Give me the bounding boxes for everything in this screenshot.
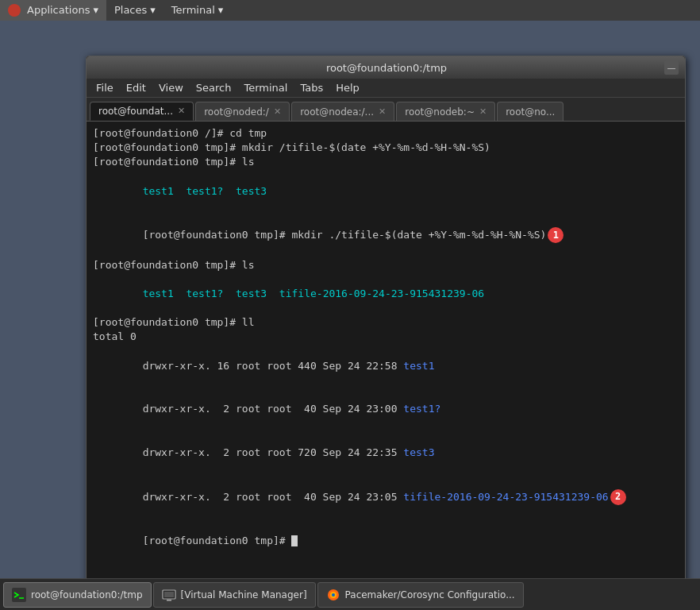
line-9: total 0 — [93, 330, 679, 344]
minimize-button[interactable]: — — [664, 60, 679, 75]
window-controls: — — [664, 60, 679, 75]
taskbar-vm[interactable]: [Virtual Machine Manager] — [153, 582, 316, 608]
terminal-arrow: ▾ — [218, 0, 224, 21]
tab-close-3[interactable]: ✕ — [479, 102, 487, 122]
svg-rect-3 — [164, 592, 174, 597]
terminal-window: root@foundation0:/tmp — File Edit View S… — [86, 56, 686, 588]
tab-label-0: root@foundat... — [98, 102, 173, 121]
terminal-label: Terminal — [171, 0, 215, 21]
line-14: [root@foundation0 tmp]# — [93, 519, 679, 563]
taskbar-firefox-label: Pacemaker/Corosync Configuratio... — [345, 589, 515, 600]
terminal-icon — [12, 588, 26, 602]
menu-edit[interactable]: Edit — [120, 79, 152, 98]
tab-label-2: root@nodea:/... — [300, 102, 374, 122]
badge-2: 2 — [610, 489, 626, 505]
line-10: drwxr-xr-x. 16 root root 440 Sep 24 22:5… — [93, 345, 679, 388]
taskbar-vm-label: [Virtual Machine Manager] — [181, 589, 307, 600]
vm-icon — [162, 588, 176, 602]
tab-4[interactable]: root@no... — [497, 102, 563, 121]
places-label: Places — [114, 0, 147, 21]
line-2: [root@foundation0 tmp]# mkdir /tifile-$(… — [93, 141, 679, 155]
menu-file[interactable]: File — [90, 79, 120, 98]
tab-close-2[interactable]: ✕ — [379, 102, 386, 122]
tab-close-0[interactable]: ✕ — [178, 102, 185, 121]
tab-label-3: root@nodeb:~ — [405, 102, 475, 122]
menu-view[interactable]: View — [152, 79, 190, 98]
menu-tabs[interactable]: Tabs — [294, 79, 329, 98]
line-4: test1 test1? test3 — [93, 170, 679, 214]
places-arrow: ▾ — [150, 0, 156, 21]
firefox-icon — [326, 588, 340, 602]
tab-label-1: root@noded:/ — [204, 102, 269, 122]
tab-label-4: root@no... — [506, 102, 555, 122]
terminal-menu-btn[interactable]: Terminal ▾ — [163, 0, 231, 21]
line-13: drwxr-xr-x. 2 root root 40 Sep 24 23:05 … — [93, 474, 679, 519]
desktop: root@foundation0:/tmp — File Edit View S… — [0, 21, 700, 578]
top-panel: Applications ▾ Places ▾ Terminal ▾ — [0, 0, 700, 21]
app-icon — [8, 4, 21, 17]
places-menu[interactable]: Places ▾ — [106, 0, 163, 21]
applications-label: Applications — [27, 0, 90, 21]
apps-arrow: ▾ — [93, 0, 98, 21]
terminal-content[interactable]: [root@foundation0 /]# cd tmp [root@found… — [87, 122, 685, 587]
tab-0[interactable]: root@foundat... ✕ — [90, 102, 194, 121]
line-6: [root@foundation0 tmp]# ls — [93, 258, 679, 272]
window-title: root@foundation0:/tmp — [109, 62, 664, 74]
applications-menu[interactable]: Applications ▾ — [0, 0, 106, 21]
line-5: [root@foundation0 tmp]# mkdir ./tifile-$… — [93, 213, 679, 257]
taskbar: root@foundation0:/tmp [Virtual Machine M… — [0, 578, 700, 610]
line-8: [root@foundation0 tmp]# ll — [93, 315, 679, 330]
tab-close-1[interactable]: ✕ — [274, 102, 281, 122]
taskbar-firefox[interactable]: Pacemaker/Corosync Configuratio... — [317, 582, 524, 608]
menu-terminal[interactable]: Terminal — [237, 79, 294, 98]
tab-1[interactable]: root@noded:/ ✕ — [195, 102, 290, 121]
line-11: drwxr-xr-x. 2 root root 40 Sep 24 23:00 … — [93, 388, 679, 431]
svg-rect-4 — [167, 600, 171, 601]
line-1: [root@foundation0 /]# cd tmp — [93, 126, 679, 141]
line-12: drwxr-xr-x. 2 root root 720 Sep 24 22:35… — [93, 431, 679, 475]
terminal-titlebar: root@foundation0:/tmp — — [87, 56, 685, 79]
tab-2[interactable]: root@nodea:/... ✕ — [291, 102, 394, 121]
taskbar-terminal-label: root@foundation0:/tmp — [31, 589, 143, 600]
cursor — [291, 535, 298, 546]
line-7: test1 test1? test3 tifile-2016-09-24-23-… — [93, 272, 679, 316]
badge-1: 1 — [548, 227, 563, 243]
menu-search[interactable]: Search — [190, 79, 238, 98]
terminal-menubar: File Edit View Search Terminal Tabs Help — [87, 79, 685, 98]
line-3: [root@foundation0 tmp]# ls — [93, 155, 679, 169]
svg-point-7 — [332, 593, 335, 596]
menu-help[interactable]: Help — [329, 79, 366, 98]
taskbar-terminal[interactable]: root@foundation0:/tmp — [3, 582, 152, 608]
tab-3[interactable]: root@nodeb:~ ✕ — [396, 102, 495, 121]
terminal-tabs: root@foundat... ✕ root@noded:/ ✕ root@no… — [87, 98, 685, 122]
